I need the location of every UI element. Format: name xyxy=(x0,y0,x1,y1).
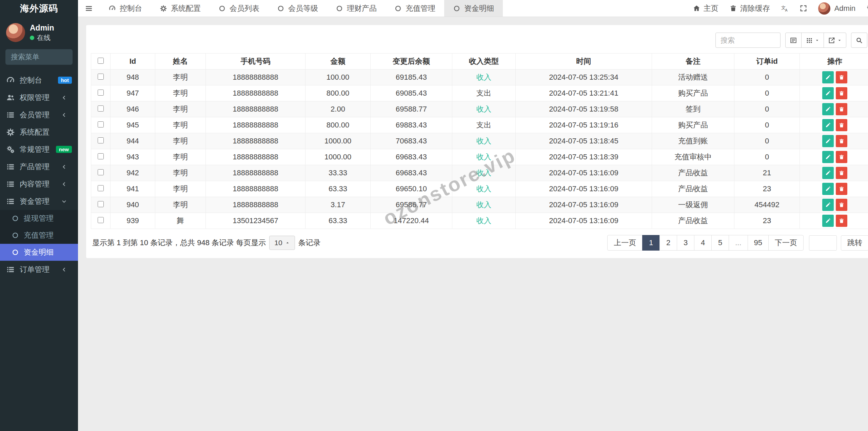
next-page-button[interactable]: 下一页 xyxy=(768,235,804,251)
sidebar-item-product[interactable]: 产品管理 xyxy=(0,158,78,175)
sidebar-item-label: 控制台 xyxy=(20,75,58,85)
tab-label: 理财产品 xyxy=(347,3,377,14)
tab-label: 控制台 xyxy=(120,3,142,14)
row-checkbox[interactable] xyxy=(98,153,104,159)
sidebar-item-system-config[interactable]: 系统配置 xyxy=(0,123,78,141)
edit-button[interactable] xyxy=(822,199,834,211)
income-type-cell: 收入 xyxy=(452,149,516,165)
sidebar-item-content[interactable]: 内容管理 xyxy=(0,175,78,193)
sidebar-item-member[interactable]: 会员管理 xyxy=(0,106,78,123)
detail-view-button[interactable] xyxy=(785,33,802,48)
sidebar-item-recharge[interactable]: 充值管理 xyxy=(0,227,78,244)
edit-button[interactable] xyxy=(822,151,834,163)
delete-button[interactable] xyxy=(836,71,847,83)
edit-button[interactable] xyxy=(822,103,834,115)
delete-button[interactable] xyxy=(836,199,847,211)
delete-button[interactable] xyxy=(836,183,847,195)
column-header: 时间 xyxy=(516,54,652,70)
page-button-5[interactable]: 5 xyxy=(711,235,729,251)
row-checkbox[interactable] xyxy=(98,201,104,207)
sidebar-item-fund-detail[interactable]: 资金明细 xyxy=(0,244,78,261)
edit-button[interactable] xyxy=(822,87,834,99)
sidebar-item-order[interactable]: 订单管理 xyxy=(0,261,78,278)
tab-member-level[interactable]: 会员等级 xyxy=(268,0,327,17)
row-checkbox[interactable] xyxy=(98,90,104,96)
tab-system-config[interactable]: 系统配置 xyxy=(151,0,210,17)
amount-cell: 800.00 xyxy=(305,117,371,133)
balance-cell: 69586.77 xyxy=(371,197,452,213)
settings-button[interactable] xyxy=(866,4,868,12)
tab-recharge[interactable]: 充值管理 xyxy=(386,0,444,17)
sidebar-toggle-button[interactable] xyxy=(78,0,100,17)
name-cell: 李明 xyxy=(155,133,206,149)
sidebar: 海外源码 Admin 在线 控制台hot权限管理会员管理系统配置常规管理new产… xyxy=(0,0,78,431)
page-size-dropdown[interactable]: 10 xyxy=(269,236,295,250)
sidebar-item-general[interactable]: 常规管理new xyxy=(0,141,78,158)
language-button[interactable]: 文A xyxy=(781,4,789,12)
sidebar-item-permission[interactable]: 权限管理 xyxy=(0,89,78,106)
remark-cell: 充值到账 xyxy=(652,133,734,149)
delete-button[interactable] xyxy=(836,167,847,179)
delete-button[interactable] xyxy=(836,215,847,227)
chevron-down-icon xyxy=(61,198,67,204)
row-checkbox[interactable] xyxy=(98,169,104,175)
select-all-checkbox[interactable] xyxy=(98,58,104,64)
page-button-1[interactable]: 1 xyxy=(642,235,660,251)
list-icon xyxy=(6,111,15,119)
page-button-4[interactable]: 4 xyxy=(694,235,712,251)
table-row: 943李明188888888881000.0069683.43收入2024-07… xyxy=(91,149,868,165)
tab-dashboard[interactable]: 控制台 xyxy=(100,0,151,17)
edit-button[interactable] xyxy=(822,183,834,195)
row-checkbox[interactable] xyxy=(98,121,104,128)
jump-button[interactable]: 跳转 xyxy=(841,235,868,251)
columns-button[interactable] xyxy=(801,33,824,48)
edit-button[interactable] xyxy=(822,135,834,147)
sidebar-item-withdraw[interactable]: 提现管理 xyxy=(0,210,78,227)
delete-button[interactable] xyxy=(836,103,847,115)
name-cell: 李明 xyxy=(155,117,206,133)
edit-button[interactable] xyxy=(822,71,834,83)
home-link[interactable]: 主页 xyxy=(693,3,718,14)
clear-cache-link[interactable]: 清除缓存 xyxy=(729,3,770,14)
row-checkbox[interactable] xyxy=(98,217,104,223)
export-button[interactable] xyxy=(824,33,846,48)
gear-icon xyxy=(160,5,167,12)
pencil-icon xyxy=(825,186,831,192)
delete-button[interactable] xyxy=(836,135,847,147)
user-menu[interactable]: Admin xyxy=(818,2,855,15)
sidebar-item-finance[interactable]: 资金管理 xyxy=(0,193,78,210)
advanced-search-button[interactable] xyxy=(851,33,867,48)
row-checkbox[interactable] xyxy=(98,185,104,191)
income-type-label: 支出 xyxy=(476,89,491,97)
tab-fund-detail[interactable]: 资金明细 xyxy=(444,0,503,17)
chevron-left-icon xyxy=(61,181,67,187)
prev-page-button[interactable]: 上一页 xyxy=(607,235,643,251)
row-checkbox[interactable] xyxy=(98,74,104,80)
remark-cell: 购买产品 xyxy=(652,85,734,101)
page-button-3[interactable]: 3 xyxy=(677,235,694,251)
edit-button[interactable] xyxy=(822,119,834,131)
delete-button[interactable] xyxy=(836,151,847,163)
delete-button[interactable] xyxy=(836,87,847,99)
avatar xyxy=(6,23,25,42)
edit-button[interactable] xyxy=(822,215,834,227)
fullscreen-icon xyxy=(800,4,807,12)
row-checkbox[interactable] xyxy=(98,137,104,143)
amount-cell: 33.33 xyxy=(305,165,371,181)
delete-button[interactable] xyxy=(836,119,847,131)
edit-button[interactable] xyxy=(822,167,834,179)
table-search-input[interactable] xyxy=(715,33,781,48)
sidebar-item-dashboard[interactable]: 控制台hot xyxy=(0,72,78,89)
fullscreen-button[interactable] xyxy=(800,4,807,12)
row-checkbox[interactable] xyxy=(98,105,104,112)
tab-wealth-product[interactable]: 理财产品 xyxy=(327,0,386,17)
page-button-95[interactable]: 95 xyxy=(748,235,769,251)
tab-member-list[interactable]: 会员列表 xyxy=(210,0,268,17)
circle-o-icon xyxy=(12,215,19,222)
amount-cell: 63.33 xyxy=(305,181,371,197)
jump-page-input[interactable] xyxy=(809,235,837,251)
page-button-2[interactable]: 2 xyxy=(659,235,677,251)
chevron-left-icon xyxy=(61,164,67,170)
row-checkbox-cell xyxy=(91,85,111,101)
pagination-info-prefix: 显示第 1 到第 10 条记录，总共 948 条记录 每页显示 xyxy=(92,238,266,248)
